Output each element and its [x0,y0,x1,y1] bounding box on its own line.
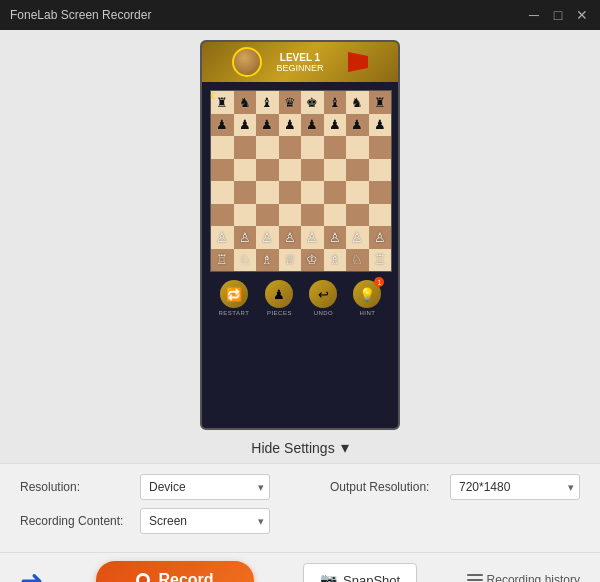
hint-icon: 💡 [353,280,381,308]
chess-cell [279,159,302,182]
chess-cell: ♞ [346,91,369,114]
chess-cell: ♝ [256,91,279,114]
maximize-button[interactable]: □ [550,7,566,23]
settings-panel: Resolution: Device 720p 1080p Output Res… [0,463,600,552]
restart-control[interactable]: 🔁 RESTART [219,280,250,316]
chevron-down-icon: ▾ [341,438,349,457]
recording-content-row: Recording Content: Screen Window Region [20,508,580,534]
recording-content-select[interactable]: Screen Window Region [140,508,270,534]
chess-cell: ♘ [234,249,257,272]
chess-header: LEVEL 1 BEGINNER [202,42,398,82]
recording-history-button[interactable]: Recording history [467,573,580,582]
chess-cell [346,159,369,182]
title-bar: FoneLab Screen Recorder ─ □ ✕ [0,0,600,30]
chess-cell [369,136,392,159]
chess-cell: ♕ [279,249,302,272]
chess-cell: ♜ [369,91,392,114]
chess-cell: ♙ [301,226,324,249]
record-button[interactable]: Record [96,561,253,582]
chess-cell [211,159,234,182]
chess-cell: ♙ [256,226,279,249]
level-info: LEVEL 1 BEGINNER [276,52,323,73]
arrow-indicator-icon: ➜ [20,564,43,583]
chess-cell [301,159,324,182]
pieces-control[interactable]: ♟ PIECES [265,280,293,316]
chess-cell: ♘ [346,249,369,272]
chess-cell: ♙ [369,226,392,249]
chess-cell [301,204,324,227]
output-resolution-row: Output Resolution: 720*1480 1080*2160 54… [330,474,580,500]
hint-control[interactable]: 💡 HINT [353,280,381,316]
chess-cell [234,204,257,227]
chess-cell: ♟ [324,114,347,137]
pieces-icon: ♟ [265,280,293,308]
chess-cell [211,204,234,227]
hide-settings-label: Hide Settings [251,440,334,456]
chess-cell: ♗ [324,249,347,272]
output-resolution-label: Output Resolution: [330,480,440,494]
recording-content-label: Recording Content: [20,514,130,528]
chess-cell [324,159,347,182]
hint-label: HINT [359,310,375,316]
output-resolution-select-wrapper: 720*1480 1080*2160 540*960 [450,474,580,500]
chessboard: ♜♞♝♛♚♝♞♜♟♟♟♟♟♟♟♟♙♙♙♙♙♙♙♙♖♘♗♕♔♗♘♖ [210,90,392,272]
chess-cell: ♟ [211,114,234,137]
chess-controls: 🔁 RESTART ♟ PIECES ↩ UNDO 💡 HINT [202,272,398,320]
chessboard-container: ♜♞♝♛♚♝♞♜♟♟♟♟♟♟♟♟♙♙♙♙♙♙♙♙♖♘♗♕♔♗♘♖ [202,82,398,272]
chess-cell [234,181,257,204]
chess-cell [369,159,392,182]
snapshot-button[interactable]: 📷 SnapShot [303,563,417,582]
difficulty-label: BEGINNER [276,63,323,73]
chess-cell [324,181,347,204]
chess-cell: ♞ [234,91,257,114]
hide-settings-button[interactable]: Hide Settings ▾ [0,430,600,463]
chess-cell: ♟ [301,114,324,137]
chess-cell: ♖ [211,249,234,272]
chess-cell: ♔ [301,249,324,272]
chess-cell: ♙ [324,226,347,249]
chess-cell [256,204,279,227]
chess-cell [369,181,392,204]
restart-icon: 🔁 [220,280,248,308]
close-button[interactable]: ✕ [574,7,590,23]
chess-cell [279,181,302,204]
chess-cell: ♟ [346,114,369,137]
chess-cell [279,204,302,227]
minimize-button[interactable]: ─ [526,7,542,23]
player-avatar [232,47,262,77]
pieces-label: PIECES [267,310,292,316]
undo-control[interactable]: ↩ UNDO [309,280,337,316]
phone-preview: LEVEL 1 BEGINNER ‹ ♜♞♝♛♚♝♞♜♟♟♟♟♟♟♟♟♙♙♙♙♙… [200,40,400,430]
chess-cell [346,204,369,227]
output-resolution-select[interactable]: 720*1480 1080*2160 540*960 [450,474,580,500]
resolution-row: Resolution: Device 720p 1080p Output Res… [20,474,580,500]
back-button[interactable]: ‹ [210,86,215,104]
chess-cell: ♟ [279,114,302,137]
chess-cell [324,136,347,159]
chess-cell: ♟ [256,114,279,137]
chess-cell: ♝ [324,91,347,114]
record-dot-icon [136,573,150,582]
chess-cell [301,136,324,159]
chess-cell: ♛ [279,91,302,114]
chess-cell: ♙ [234,226,257,249]
level-label: LEVEL 1 [276,52,323,63]
chess-cell [234,136,257,159]
recording-history-label: Recording history [487,573,580,582]
restart-label: RESTART [219,310,250,316]
chess-cell [256,136,279,159]
undo-icon: ↩ [309,280,337,308]
chess-cell [256,181,279,204]
bottom-actions: ➜ Record 📷 SnapShot Recording history [0,552,600,582]
chess-cell [324,204,347,227]
chess-cell: ♟ [369,114,392,137]
resolution-select[interactable]: Device 720p 1080p [140,474,270,500]
preview-section: LEVEL 1 BEGINNER ‹ ♜♞♝♛♚♝♞♜♟♟♟♟♟♟♟♟♙♙♙♙♙… [0,30,600,463]
chess-cell [211,136,234,159]
chess-cell: ♙ [279,226,302,249]
flag-icon [348,52,368,72]
chess-cell [256,159,279,182]
chess-cell [234,159,257,182]
recording-content-select-wrapper: Screen Window Region [140,508,270,534]
chess-cell [346,181,369,204]
